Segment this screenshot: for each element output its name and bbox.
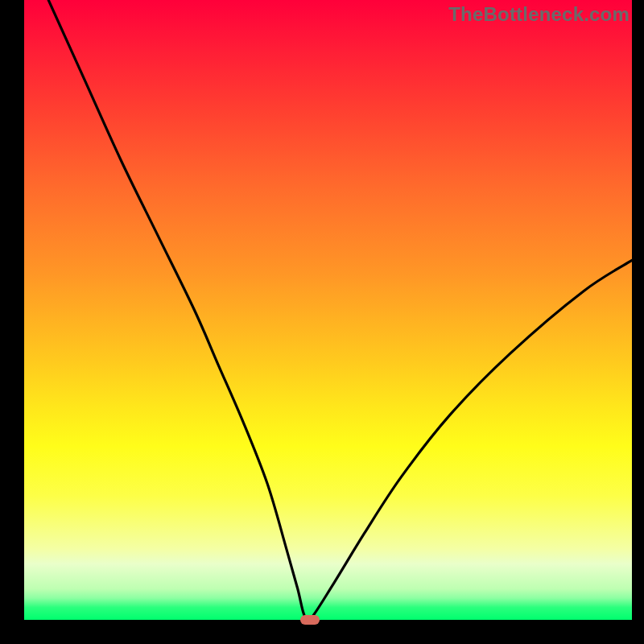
bottleneck-curve — [24, 0, 632, 620]
chart-frame: TheBottleneck.com — [0, 0, 644, 644]
curve-path — [48, 0, 632, 620]
watermark-text: TheBottleneck.com — [448, 3, 630, 26]
optimum-marker — [300, 615, 320, 625]
plot-area — [24, 0, 632, 620]
